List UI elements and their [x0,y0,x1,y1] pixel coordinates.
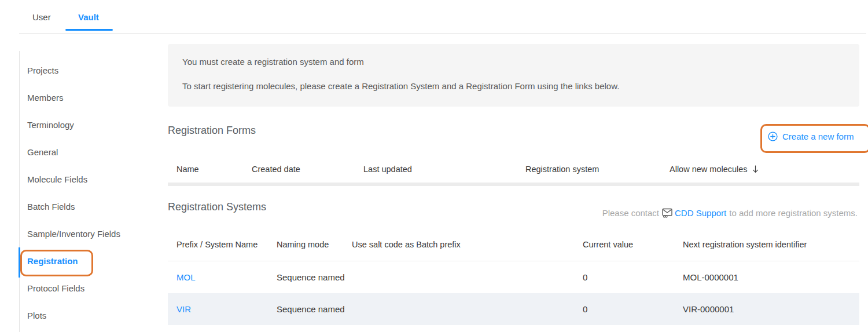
forms-col-allow-new-molecules[interactable]: Allow new molecules [670,163,759,175]
system-link-vir[interactable]: VIR [176,293,191,325]
cell-next-identifier: VIR-0000001 [683,293,734,325]
systems-col-prefix-system-name: Prefix / System Name [176,239,258,250]
forms-col-registration-system: Registration system [525,163,599,175]
sidebar-item-sample-inventory-fields[interactable]: Sample/Inventory Fields [27,228,120,240]
create-new-form-label: Create a new form [782,132,854,141]
forms-col-last-updated: Last updated [363,163,412,175]
cell-current-value: 0 [583,293,587,325]
vault-settings-page: User Vault Projects Members Terminology … [0,0,868,332]
contact-note-suffix: to add more registration systems. [729,208,858,218]
cell-naming-mode: Sequence named [277,261,345,293]
forms-col-created-date: Created date [252,163,300,175]
table-row-mol: MOL Sequence named 0 MOL-0000001 [168,261,859,293]
systems-table-body: MOL Sequence named 0 MOL-0000001 VIR Seq… [168,261,859,325]
contact-note-prefix: Please contact [602,208,659,218]
sort-descending-icon [752,165,759,173]
sidebar-item-projects[interactable]: Projects [27,65,58,76]
tabs-divider [19,33,866,34]
sidebar-item-molecule-fields[interactable]: Molecule Fields [27,174,87,185]
notice-box: You must create a registration system an… [168,44,859,107]
sidebar-item-registration[interactable]: Registration [27,256,78,267]
notice-line-1: You must create a registration system an… [182,57,364,67]
systems-col-use-salt-code: Use salt code as Batch prefix [352,239,461,250]
systems-col-naming-mode: Naming mode [277,239,329,250]
forms-col-name: Name [176,163,199,175]
systems-col-next-identifier: Next registration system identifier [683,239,807,250]
sidebar-item-protocol-fields[interactable]: Protocol Fields [27,283,84,294]
sidebar-divider-line [19,51,20,332]
active-tab-indicator [65,29,113,31]
tab-vault[interactable]: Vault [78,12,99,23]
system-link-mol[interactable]: MOL [176,261,196,293]
cdd-support-link[interactable]: CDD Support [675,208,726,218]
notice-line-2: To start registering molecules, please c… [182,81,619,91]
sidebar-item-plots[interactable]: Plots [27,310,46,322]
registration-systems-title: Registration Systems [168,201,266,213]
sidebar-item-terminology[interactable]: Terminology [27,119,74,131]
registration-forms-title: Registration Forms [168,125,256,137]
sidebar-active-indicator [19,247,20,278]
plus-circle-icon [768,132,778,141]
envelope-icon [662,208,673,218]
sidebar-item-general[interactable]: General [27,147,58,158]
table-row-vir: VIR Sequence named 0 VIR-0000001 [168,293,859,325]
systems-col-current-value: Current value [583,239,633,250]
forms-col-allow-new-molecules-label: Allow new molecules [670,163,748,175]
sidebar-item-members[interactable]: Members [27,92,64,104]
cell-current-value: 0 [583,261,587,293]
contact-support-note: Please contact CDD Support to add more r… [602,208,858,218]
cell-naming-mode: Sequence named [277,293,345,325]
create-new-form-button[interactable]: Create a new form [768,132,854,141]
sidebar-item-batch-fields[interactable]: Batch Fields [27,201,75,213]
forms-table-empty-body [168,183,859,186]
systems-table-header: Prefix / System Name Naming mode Use sal… [168,239,859,250]
cell-next-identifier: MOL-0000001 [683,261,738,293]
forms-table-header: Name Created date Last updated Registrat… [168,163,859,175]
tab-user[interactable]: User [32,12,51,23]
